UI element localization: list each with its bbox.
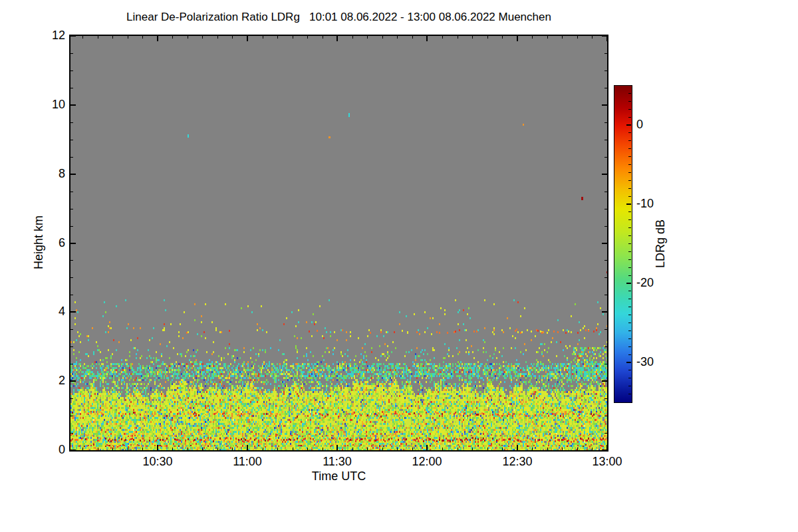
y-minor-tick	[604, 277, 607, 278]
y-minor-tick	[604, 346, 607, 347]
y-minor-tick	[604, 70, 607, 71]
x-minor-tick	[592, 36, 593, 39]
x-minor-tick	[172, 36, 173, 39]
colorbar-tick	[626, 362, 631, 363]
x-minor-tick	[128, 36, 128, 39]
x-minor-tick	[532, 448, 533, 450]
x-major-tick	[517, 445, 518, 450]
y-minor-tick	[70, 88, 73, 88]
x-minor-tick	[472, 36, 473, 39]
y-minor-tick	[70, 53, 73, 54]
y-minor-tick	[604, 53, 607, 54]
y-minor-tick	[604, 398, 607, 399]
colorbar-tick	[628, 156, 631, 157]
x-minor-tick	[458, 36, 458, 39]
colorbar-tick	[628, 101, 631, 102]
y-minor-tick	[604, 157, 607, 158]
y-minor-tick	[70, 398, 73, 399]
y-minor-tick	[70, 192, 73, 192]
x-minor-tick	[232, 448, 233, 450]
x-minor-tick	[412, 36, 413, 39]
x-minor-tick	[98, 448, 98, 450]
x-minor-tick	[367, 448, 368, 450]
x-minor-tick	[307, 448, 308, 450]
y-major-tick	[70, 311, 76, 313]
colorbar-tick	[628, 140, 631, 141]
colorbar-tick	[628, 338, 631, 339]
y-tick-label: 12	[19, 29, 65, 43]
colorbar-tick	[628, 354, 631, 355]
x-minor-tick	[128, 448, 128, 450]
y-minor-tick	[604, 122, 607, 123]
y-tick-label: 4	[19, 305, 65, 319]
colorbar-tick	[628, 235, 631, 236]
x-minor-tick	[502, 36, 503, 39]
x-major-tick	[247, 36, 248, 41]
x-minor-tick	[367, 36, 368, 39]
x-minor-tick	[217, 448, 218, 450]
x-minor-tick	[382, 36, 383, 39]
colorbar-tick	[628, 251, 631, 252]
colorbar-tick	[628, 109, 631, 110]
colorbar-tick	[628, 93, 631, 94]
y-tick-label: 0	[19, 443, 65, 457]
x-major-tick	[336, 36, 338, 41]
y-major-tick	[70, 35, 76, 37]
x-minor-tick	[172, 448, 173, 450]
colorbar-tick	[628, 180, 631, 181]
colorbar-tick-label: 0	[636, 118, 676, 132]
y-major-tick	[70, 450, 76, 451]
y-minor-tick	[70, 70, 73, 71]
y-tick-label: 10	[19, 98, 65, 112]
y-minor-tick	[604, 329, 607, 330]
y-major-tick	[602, 380, 607, 382]
y-minor-tick	[604, 192, 607, 192]
x-minor-tick	[323, 448, 323, 450]
x-minor-tick	[487, 448, 488, 450]
x-minor-tick	[352, 36, 353, 39]
x-tick-label: 10:30	[131, 455, 184, 469]
x-minor-tick	[562, 36, 563, 39]
x-tick-label: 13:00	[581, 455, 634, 469]
x-minor-tick	[217, 36, 218, 39]
y-major-tick	[70, 243, 76, 244]
y-minor-tick	[70, 295, 73, 295]
y-tick-label: 8	[19, 167, 65, 181]
y-major-tick	[70, 104, 76, 106]
x-major-tick	[157, 36, 158, 41]
colorbar-tick	[628, 315, 631, 315]
colorbar-tick	[628, 164, 631, 165]
y-minor-tick	[604, 295, 607, 295]
colorbar-tick	[628, 211, 631, 212]
x-minor-tick	[232, 36, 233, 39]
x-minor-tick	[188, 36, 188, 39]
y-minor-tick	[70, 416, 73, 416]
colorbar-tick	[628, 219, 631, 220]
y-minor-tick	[70, 122, 73, 123]
x-major-tick	[517, 36, 518, 41]
colorbar-tick	[628, 117, 631, 118]
x-minor-tick	[502, 448, 503, 450]
x-major-tick	[426, 445, 428, 450]
colorbar-tick	[628, 259, 631, 260]
x-minor-tick	[592, 448, 593, 450]
y-minor-tick	[604, 433, 607, 434]
x-minor-tick	[142, 36, 143, 39]
colorbar-title: LDRg dB	[654, 201, 668, 287]
colorbar-tick	[628, 378, 631, 378]
x-minor-tick	[202, 36, 203, 39]
y-minor-tick	[70, 329, 73, 330]
x-minor-tick	[397, 36, 398, 39]
x-major-tick	[336, 445, 338, 450]
x-major-tick	[426, 36, 428, 41]
x-minor-tick	[547, 36, 548, 39]
x-minor-tick	[412, 448, 413, 450]
y-minor-tick	[604, 364, 607, 364]
y-major-tick	[602, 174, 607, 175]
y-minor-tick	[70, 260, 73, 261]
colorbar-tick	[628, 243, 631, 244]
y-major-tick	[602, 243, 607, 244]
colorbar-tick	[626, 124, 631, 126]
colorbar-tick	[628, 386, 631, 386]
colorbar-tick	[628, 299, 631, 299]
